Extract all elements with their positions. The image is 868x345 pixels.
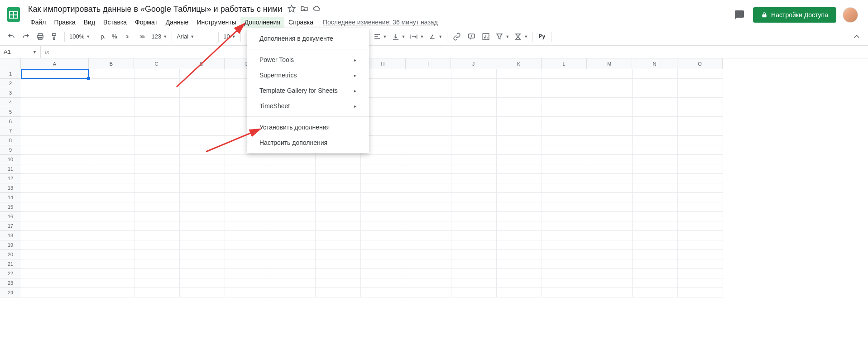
cell[interactable] — [270, 288, 316, 297]
cell[interactable] — [316, 250, 361, 259]
cell[interactable] — [678, 183, 723, 193]
cell[interactable] — [406, 164, 451, 174]
cell[interactable] — [587, 212, 633, 221]
cell[interactable] — [406, 88, 451, 98]
cell[interactable] — [678, 202, 723, 212]
cell[interactable] — [89, 98, 134, 107]
cell[interactable] — [451, 183, 497, 193]
row-header[interactable]: 17 — [0, 221, 21, 231]
cell[interactable] — [587, 174, 633, 183]
cell[interactable] — [134, 221, 180, 231]
row-header[interactable]: 12 — [0, 174, 21, 183]
print-icon[interactable] — [34, 30, 47, 43]
cell[interactable] — [270, 183, 316, 193]
cell[interactable] — [633, 155, 678, 164]
cell[interactable] — [180, 164, 225, 174]
row-header[interactable]: 14 — [0, 193, 21, 202]
cell[interactable] — [21, 98, 89, 107]
functions-select[interactable]: ▼ — [512, 33, 530, 41]
cell[interactable] — [225, 278, 270, 288]
cell[interactable] — [134, 174, 180, 183]
cell[interactable] — [633, 145, 678, 155]
row-header[interactable]: 8 — [0, 136, 21, 145]
cell[interactable] — [406, 240, 451, 250]
cell[interactable] — [270, 250, 316, 259]
cell[interactable] — [406, 221, 451, 231]
cell[interactable] — [406, 79, 451, 88]
cell[interactable] — [678, 126, 723, 136]
cell[interactable] — [678, 231, 723, 240]
cell[interactable] — [89, 212, 134, 221]
cell[interactable] — [270, 259, 316, 269]
cell[interactable] — [180, 174, 225, 183]
cell[interactable] — [270, 193, 316, 202]
cell[interactable] — [134, 98, 180, 107]
menu-справка[interactable]: Справка — [284, 17, 317, 28]
cell[interactable] — [225, 288, 270, 297]
cell[interactable] — [451, 145, 497, 155]
cell[interactable] — [316, 212, 361, 221]
cell[interactable] — [180, 126, 225, 136]
cell[interactable] — [89, 79, 134, 88]
cell[interactable] — [21, 231, 89, 240]
cell[interactable] — [633, 136, 678, 145]
cell[interactable] — [134, 155, 180, 164]
cell[interactable] — [21, 88, 89, 98]
sheets-logo-icon[interactable] — [5, 5, 23, 24]
cell[interactable] — [21, 250, 89, 259]
cell[interactable] — [225, 240, 270, 250]
cell[interactable] — [89, 231, 134, 240]
cell[interactable] — [542, 202, 587, 212]
cell[interactable] — [497, 193, 542, 202]
cell[interactable] — [180, 88, 225, 98]
cell[interactable] — [497, 278, 542, 288]
cell[interactable] — [180, 250, 225, 259]
cell[interactable] — [180, 145, 225, 155]
cell[interactable] — [678, 240, 723, 250]
cell[interactable] — [587, 69, 633, 79]
cell[interactable] — [225, 221, 270, 231]
percent-format-button[interactable]: % — [109, 33, 120, 40]
cell[interactable] — [361, 212, 406, 221]
cell[interactable] — [542, 155, 587, 164]
cell[interactable] — [134, 164, 180, 174]
cell[interactable] — [587, 126, 633, 136]
cell[interactable] — [225, 174, 270, 183]
cell[interactable] — [225, 250, 270, 259]
cell[interactable] — [21, 202, 89, 212]
cell[interactable] — [406, 98, 451, 107]
insert-link-icon[interactable] — [450, 30, 464, 43]
column-header[interactable]: K — [496, 58, 542, 69]
cell[interactable] — [406, 250, 451, 259]
dropdown-item-install-addons[interactable]: Установить дополнения — [247, 120, 369, 135]
cell[interactable] — [587, 88, 633, 98]
cell[interactable] — [180, 155, 225, 164]
cell[interactable] — [406, 145, 451, 155]
text-rotation-select[interactable]: ▼ — [427, 33, 444, 41]
cell[interactable] — [542, 126, 587, 136]
cell[interactable] — [316, 221, 361, 231]
fill-handle[interactable] — [87, 77, 90, 80]
cell[interactable] — [361, 164, 406, 174]
cell[interactable] — [633, 278, 678, 288]
cell[interactable] — [180, 231, 225, 240]
cell[interactable] — [497, 231, 542, 240]
cell[interactable] — [542, 88, 587, 98]
cell[interactable] — [497, 79, 542, 88]
star-icon[interactable] — [288, 5, 296, 14]
menu-файл[interactable]: Файл — [26, 17, 50, 28]
cell[interactable] — [89, 202, 134, 212]
formula-input[interactable] — [53, 46, 868, 58]
cell[interactable] — [21, 221, 89, 231]
cell[interactable] — [89, 69, 134, 79]
cell[interactable] — [225, 259, 270, 269]
cell[interactable] — [89, 259, 134, 269]
cell[interactable] — [633, 259, 678, 269]
menu-вставка[interactable]: Вставка — [99, 17, 131, 28]
cell[interactable] — [21, 183, 89, 193]
cell[interactable] — [406, 269, 451, 278]
cell[interactable] — [587, 183, 633, 193]
cell[interactable] — [89, 269, 134, 278]
cells-area[interactable] — [21, 69, 723, 297]
cell[interactable] — [497, 212, 542, 221]
